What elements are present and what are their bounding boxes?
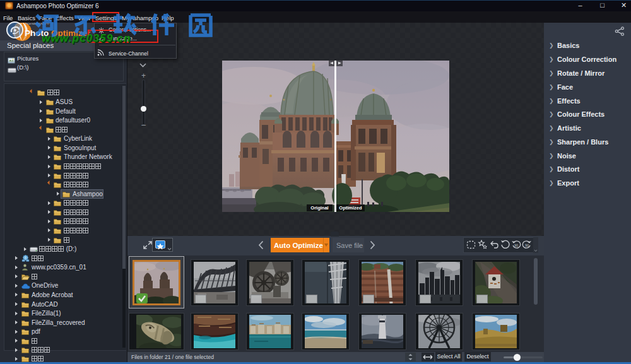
svg-text:90: 90 [514,244,518,247]
svg-text:90: 90 [525,244,529,247]
